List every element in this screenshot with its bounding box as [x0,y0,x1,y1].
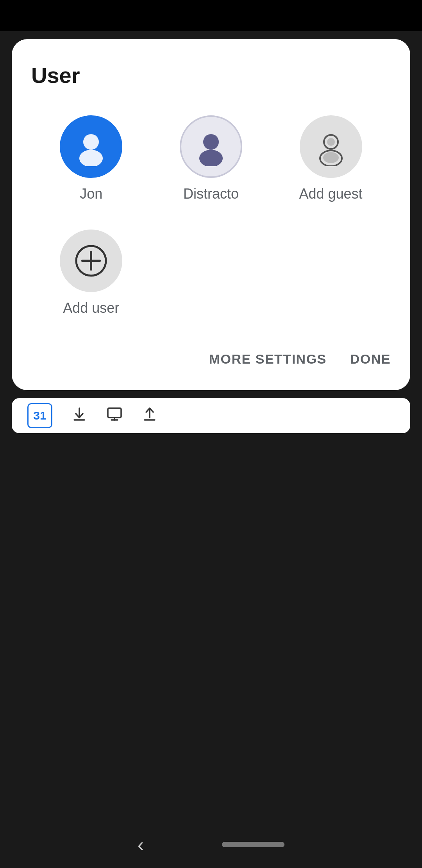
avatar-jon [60,115,122,178]
modal-container: User Jon [0,31,422,390]
svg-point-6 [327,138,335,146]
svg-point-1 [79,150,103,166]
screen-share-icon [106,407,123,425]
user-item-jon[interactable]: Jon [31,111,151,206]
user-item-distracto[interactable]: Distracto [151,111,271,206]
svg-point-7 [323,152,339,163]
avatar-guest [300,115,362,178]
users-grid: Jon Distracto [31,111,391,320]
user-label-add-guest: Add guest [299,186,363,202]
notif-bar-wrapper: 31 [0,390,422,433]
modal-actions: MORE SETTINGS DONE [31,352,391,371]
user-label-add-user: Add user [63,300,119,316]
done-button[interactable]: DONE [350,352,391,367]
user-item-add-user[interactable]: Add user [31,226,151,320]
svg-point-2 [203,134,219,150]
bottom-nav: ‹ [0,821,422,868]
person-icon-jon [72,127,111,166]
modal-title: User [31,63,391,88]
top-bar [0,0,422,31]
user-label-jon: Jon [80,186,102,202]
svg-point-3 [199,150,223,166]
avatar-distracto [180,115,242,178]
person-icon-distracto [191,127,231,166]
user-item-add-guest[interactable]: Add guest [271,111,391,206]
svg-point-0 [83,134,99,150]
svg-rect-13 [108,408,121,418]
person-icon-guest [311,127,350,166]
more-settings-button[interactable]: MORE SETTINGS [209,352,327,367]
calendar-icon: 31 [27,403,52,428]
user-modal: User Jon [12,39,410,390]
upload-icon [142,407,157,425]
avatar-add-user [60,230,122,292]
download-icon [72,407,87,425]
home-pill[interactable] [222,842,284,847]
back-button[interactable]: ‹ [138,833,144,856]
user-label-distracto: Distracto [183,186,239,202]
notification-bar: 31 [12,398,410,433]
add-user-icon [72,241,111,280]
